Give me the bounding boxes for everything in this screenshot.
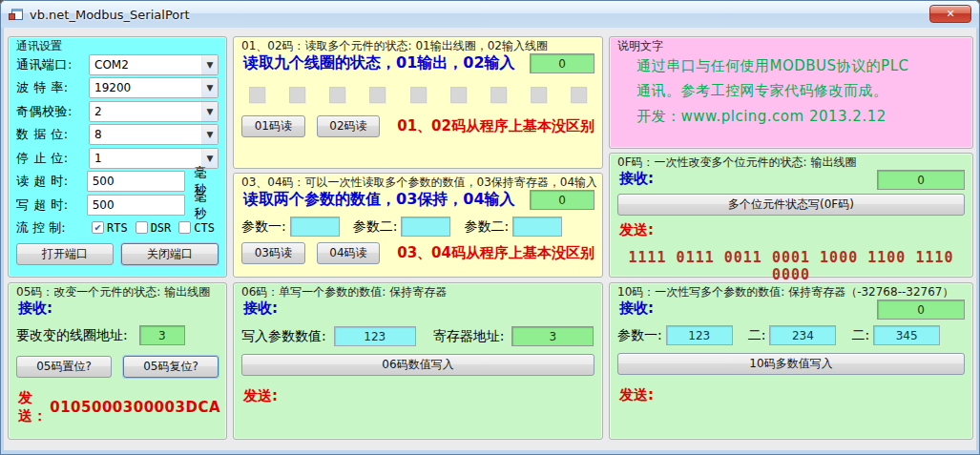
- read-01-button[interactable]: 01码读: [241, 115, 305, 137]
- parity-value: 2: [90, 105, 201, 118]
- field-port: 通讯端口: COM2 ▼: [16, 54, 219, 75]
- p10-send-label: 发送:: [619, 386, 654, 404]
- write-timeout-input[interactable]: 500: [87, 195, 185, 216]
- p10-param1-input[interactable]: 123: [666, 325, 733, 345]
- write-10-button[interactable]: 10码多数值写入: [617, 353, 965, 375]
- coil-indicator: [571, 87, 587, 103]
- coil-indicator: [531, 87, 547, 103]
- p10-param3-input[interactable]: 345: [873, 325, 940, 345]
- databits-value: 8: [90, 128, 201, 141]
- write-06-button[interactable]: 06码数值写入: [241, 354, 594, 376]
- write-timeout-label: 写 超 时:: [16, 196, 87, 214]
- p10-param2-input[interactable]: 234: [769, 325, 836, 345]
- coil-indicator: [410, 87, 427, 103]
- p10-count-box[interactable]: 0: [877, 300, 965, 320]
- panel-0304-title: 03、04码：可以一次性读取多个参数的数值，03保持寄存器，04输入: [241, 175, 596, 191]
- p0102-note: 01、02码从程序上基本没区别: [397, 117, 594, 135]
- cts-checkbox[interactable]: [178, 221, 191, 234]
- p0304-param2-box[interactable]: [401, 217, 450, 237]
- parity-combo[interactable]: 2 ▼: [89, 101, 219, 122]
- p06-value-input[interactable]: 123: [334, 326, 416, 346]
- p0304-count-box[interactable]: 0: [530, 190, 594, 210]
- p06-send-label: 发送:: [243, 387, 278, 405]
- panel-0F-title: 0F码：一次性改变多个位元件的状态: 输出线圈: [617, 155, 856, 171]
- baud-combo[interactable]: 19200 ▼: [89, 77, 219, 98]
- title-bar[interactable]: vb.net_Modbus_SerialPort ✕: [1, 1, 979, 28]
- coil-indicator: [329, 87, 345, 103]
- info-line-2: 通讯。参考工控网专家代码修改而成。: [636, 78, 967, 103]
- panel-0102-title: 01、02码：读取多个元件的状态: 01输出线圈，02输入线圈: [241, 38, 548, 54]
- coil-indicator: [289, 87, 305, 103]
- cts-label: CTS: [194, 221, 215, 235]
- coil-indicator: [450, 87, 467, 103]
- p0304-param3-label: 参数二:: [464, 218, 509, 236]
- p0304-param2-label: 参数二:: [353, 218, 398, 236]
- p0F-send-value: 1111 0111 0011 0001 1000 1100 1110 0000: [615, 249, 967, 283]
- port-value: COM2: [90, 58, 201, 72]
- close-port-button[interactable]: 关闭端口: [121, 243, 219, 265]
- dsr-checkbox[interactable]: [136, 221, 148, 234]
- write-0F-button[interactable]: 多个位元件状态写(0F码): [617, 194, 965, 216]
- p05-send-value: 0105000300003DCA: [50, 399, 220, 416]
- chevron-down-icon[interactable]: ▼: [201, 125, 218, 144]
- p10-param3-label: 二:: [851, 327, 869, 344]
- p05-reset-button[interactable]: 05码复位?: [123, 356, 219, 378]
- field-stopbits: 停 止 位: 1 ▼: [16, 148, 219, 169]
- chevron-down-icon[interactable]: ▼: [201, 55, 218, 74]
- panel-10-title: 10码：一次性写多个参数的数值: 保持寄存器（-32768--32767）: [617, 284, 953, 300]
- read-04-button[interactable]: 04码读: [317, 242, 381, 264]
- panel-info: 说明文字 通过串口与任何使用MODBUS协议的PLC 通讯。参考工控网专家代码修…: [609, 36, 973, 149]
- p05-send-label: 发送：: [18, 389, 50, 425]
- cts-checkbox-item[interactable]: CTS: [178, 221, 215, 235]
- chevron-down-icon[interactable]: ▼: [201, 102, 218, 121]
- rts-checkbox-item[interactable]: ✔ RTS: [92, 221, 128, 235]
- p0304-param1-box[interactable]: [290, 217, 340, 237]
- databits-combo[interactable]: 8 ▼: [89, 124, 219, 145]
- close-button[interactable]: ✕: [929, 5, 971, 23]
- field-read-timeout: 读 超 时: 500 毫秒: [16, 171, 219, 192]
- p06-value-label: 写入参数数值:: [241, 328, 326, 345]
- p10-param1-label: 参数一:: [617, 327, 662, 344]
- p0F-send-label: 发送:: [619, 221, 654, 239]
- read-timeout-input[interactable]: 500: [87, 171, 185, 192]
- chevron-down-icon[interactable]: ▼: [201, 78, 218, 97]
- coil-indicator: [369, 87, 386, 103]
- p0102-desc: 读取九个线圈的状态，01输出，02输入: [243, 53, 515, 73]
- read-02-button[interactable]: 02码读: [317, 115, 381, 137]
- panel-comm-settings: 通讯设置 通讯端口: COM2 ▼ 波 特 率: 19200 ▼: [8, 36, 227, 278]
- panel-info-title: 说明文字: [617, 38, 663, 54]
- app-window: vb.net_Modbus_SerialPort ✕ 通讯设置 通讯端口: CO…: [0, 0, 980, 455]
- p0102-count-box[interactable]: 0: [530, 53, 594, 73]
- panel-06: 06码：单写一个参数的数值: 保持寄存器 接收: 写入参数数值: 123 寄存器…: [233, 282, 603, 440]
- panel-0102: 01、02码：读取多个元件的状态: 01输出线圈，02输入线圈 读取九个线圈的状…: [233, 36, 603, 169]
- stopbits-label: 停 止 位:: [16, 150, 89, 167]
- rts-checkbox[interactable]: ✔: [92, 221, 104, 234]
- port-combo[interactable]: COM2 ▼: [89, 54, 219, 75]
- field-parity: 奇偶校验: 2 ▼: [16, 101, 219, 122]
- p0F-count-box[interactable]: 0: [877, 170, 965, 190]
- panel-05-title: 05码：改变一个元件的状态: 输出线圈: [16, 284, 210, 300]
- write-timeout-unit: 毫秒: [195, 188, 219, 222]
- p05-set-button[interactable]: 05码置位?: [16, 356, 112, 378]
- p05-addr-input[interactable]: 3: [139, 325, 185, 345]
- field-write-timeout: 写 超 时: 500 毫秒: [16, 195, 219, 216]
- read-timeout-label: 读 超 时:: [16, 173, 87, 190]
- window-title: vb.net_Modbus_SerialPort: [30, 8, 190, 22]
- p0304-param3-box[interactable]: [512, 217, 562, 237]
- client-area: 通讯设置 通讯端口: COM2 ▼ 波 特 率: 19200 ▼: [4, 28, 976, 450]
- baud-label: 波 特 率:: [16, 79, 89, 96]
- p0304-desc: 读取两个参数的数值，03保持，04输入: [243, 190, 515, 210]
- p0F-recv-label: 接收:: [619, 170, 654, 188]
- p06-addr-input[interactable]: 3: [511, 326, 594, 346]
- info-text: 通过串口与任何使用MODBUS协议的PLC 通讯。参考工控网专家代码修改而成。 …: [615, 52, 967, 129]
- panel-05: 05码：改变一个元件的状态: 输出线圈 接收: 要改变的线圈地址: 3 05码置…: [8, 282, 227, 440]
- p06-addr-label: 寄存器地址:: [433, 328, 505, 345]
- p0304-param1-label: 参数一:: [241, 218, 286, 236]
- panel-06-title: 06码：单写一个参数的数值: 保持寄存器: [241, 284, 447, 300]
- read-03-button[interactable]: 03码读: [241, 242, 305, 264]
- info-line-3: 开发：www.plcing.com 2013.2.12: [636, 104, 967, 129]
- open-port-button[interactable]: 打开端口: [16, 243, 114, 265]
- coil-indicator: [249, 87, 265, 103]
- p05-recv-label: 接收:: [18, 300, 52, 318]
- dsr-checkbox-item[interactable]: DSR: [136, 221, 172, 235]
